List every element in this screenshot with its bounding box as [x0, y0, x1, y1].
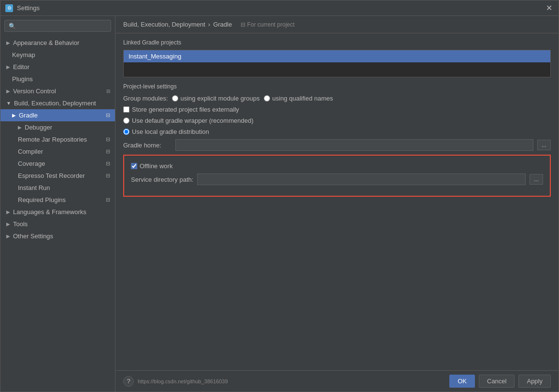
sidebar-item-label: Coverage	[18, 160, 45, 167]
arrow-icon: ▶	[18, 125, 22, 130]
breadcrumb-separator: ›	[208, 21, 210, 28]
linked-projects-list: Instant_Messaging	[123, 50, 551, 77]
nav-section: ▶ Appearance & Behavior Keymap ▶ Editor …	[0, 36, 115, 243]
offline-work-label: Offline work	[140, 162, 172, 170]
service-directory-label: Service directory path:	[131, 176, 193, 183]
sidebar-item-label: Languages & Frameworks	[13, 208, 86, 216]
sidebar-item-required-plugins[interactable]: Required Plugins ⊟	[0, 194, 115, 206]
radio-qualified-option[interactable]: using qualified names	[264, 95, 333, 102]
gradle-home-label: Gradle home:	[123, 142, 172, 149]
breadcrumb-path2: Gradle	[213, 21, 232, 28]
project-level-section: Project-level settings Group modules: us…	[123, 83, 551, 197]
sidebar-item-build[interactable]: ▼ Build, Execution, Deployment	[0, 97, 115, 109]
service-directory-input[interactable]: D:/Android/.gradle	[197, 174, 526, 185]
sidebar-item-tools[interactable]: ▶ Tools	[0, 218, 115, 230]
arrow-icon: ▶	[6, 221, 10, 227]
store-generated-label: Store generated project files externally	[132, 106, 239, 113]
help-button[interactable]: ?	[123, 376, 134, 387]
sidebar-item-label: Gradle	[19, 112, 38, 119]
default-wrapper-option[interactable]: Use default gradle wrapper (recommended)	[123, 117, 551, 124]
sidebar-item-label: Plugins	[12, 75, 33, 83]
ok-button[interactable]: OK	[449, 375, 475, 388]
sidebar-item-label: Build, Execution, Deployment	[14, 100, 96, 107]
arrow-icon: ▶	[6, 233, 10, 239]
settings-icon: ⚙	[5, 4, 13, 12]
local-gradle-label: Use local gradle distribution	[132, 128, 209, 135]
linked-projects-label: Linked Gradle projects	[123, 39, 551, 46]
apply-button[interactable]: Apply	[518, 375, 551, 388]
sidebar-item-languages[interactable]: ▶ Languages & Frameworks	[0, 206, 115, 218]
store-generated-option[interactable]: Store generated project files externally	[123, 106, 551, 113]
sidebar-item-appearance[interactable]: ▶ Appearance & Behavior	[0, 37, 115, 49]
sidebar-item-editor[interactable]: ▶ Editor	[0, 61, 115, 73]
bottom-left: ? https://blog.csdn.net/github_38616039	[123, 376, 228, 387]
title-bar: ⚙ Settings ✕	[0, 0, 559, 16]
sidebar-item-remote-jar[interactable]: Remote Jar Repositories ⊟	[0, 133, 115, 145]
title-bar-left: ⚙ Settings	[5, 4, 40, 12]
radio-qualified[interactable]	[264, 95, 270, 102]
arrow-icon: ▶	[12, 113, 16, 118]
sidebar-item-keymap[interactable]: Keymap	[0, 49, 115, 61]
sidebar-item-label: Tools	[13, 220, 28, 228]
sidebar-item-label: Espresso Test Recorder	[18, 172, 85, 179]
copy-icon: ⊟	[106, 148, 110, 155]
settings-content-panel: Linked Gradle projects Instant_Messaging…	[115, 33, 559, 370]
breadcrumb-project-link: ⊟ For current project	[241, 21, 294, 28]
arrow-icon: ▶	[6, 209, 10, 215]
local-gradle-option[interactable]: Use local gradle distribution	[123, 128, 551, 135]
project-level-label: Project-level settings	[123, 83, 551, 90]
cancel-button[interactable]: Cancel	[479, 375, 515, 388]
linked-project-item[interactable]: Instant_Messaging	[124, 50, 550, 62]
close-button[interactable]: ✕	[544, 3, 554, 13]
radio-explicit-option[interactable]: using explicit module groups	[172, 95, 260, 102]
sidebar-item-other-settings[interactable]: ▶ Other Settings	[0, 230, 115, 242]
sidebar-item-label: Other Settings	[13, 232, 53, 240]
search-box[interactable]: 🔍	[4, 20, 111, 32]
radio-explicit[interactable]	[172, 95, 178, 102]
sidebar-item-gradle[interactable]: ▶ Gradle ⊟	[0, 109, 115, 121]
gradle-home-input[interactable]: D:/Chocolatey/lib/gradle/tools/gradle-4.…	[175, 139, 533, 151]
sidebar-item-label: Version Control	[13, 87, 56, 95]
sidebar-item-debugger[interactable]: ▶ Debugger	[0, 121, 115, 133]
default-wrapper-label: Use default gradle wrapper (recommended)	[132, 117, 253, 124]
radio-explicit-label: using explicit module groups	[181, 95, 260, 102]
window-title: Settings	[17, 4, 40, 12]
search-icon: 🔍	[9, 23, 16, 29]
bottom-right: OK Cancel Apply	[449, 375, 551, 388]
gradle-home-row: Gradle home: D:/Chocolatey/lib/gradle/to…	[123, 139, 551, 151]
sidebar-item-label: Required Plugins	[18, 196, 66, 203]
sidebar: 🔍 ▶ Appearance & Behavior Keymap ▶ Edito…	[0, 16, 115, 392]
copy-icon: ⊟	[106, 160, 110, 167]
local-gradle-radio[interactable]	[123, 129, 129, 135]
offline-work-checkbox[interactable]	[131, 163, 137, 169]
offline-work-option[interactable]: Offline work	[131, 162, 543, 170]
global-settings-section: Offline work Service directory path: D:/…	[123, 155, 551, 197]
gradle-home-browse-button[interactable]: ...	[537, 140, 551, 150]
sidebar-item-version-control[interactable]: ▶ Version Control ⊟	[0, 85, 115, 97]
breadcrumb: Build, Execution, Deployment › Gradle ⊟ …	[115, 16, 559, 33]
service-directory-browse-button[interactable]: ...	[530, 174, 543, 185]
sidebar-item-compiler[interactable]: Compiler ⊟	[0, 145, 115, 158]
sidebar-item-label: Keymap	[12, 51, 35, 58]
url-text: https://blog.csdn.net/github_38616039	[138, 378, 228, 384]
sidebar-item-espresso[interactable]: Espresso Test Recorder ⊟	[0, 170, 115, 182]
radio-qualified-label: using qualified names	[272, 95, 333, 102]
sidebar-item-coverage[interactable]: Coverage ⊟	[0, 158, 115, 170]
copy-icon: ⊟	[106, 88, 110, 94]
content-area: 🔍 ▶ Appearance & Behavior Keymap ▶ Edito…	[0, 16, 559, 392]
sidebar-item-instant-run[interactable]: Instant Run	[0, 182, 115, 194]
group-modules-row: Group modules: using explicit module gro…	[123, 95, 551, 102]
default-wrapper-radio[interactable]	[123, 117, 129, 124]
sidebar-item-plugins[interactable]: Plugins	[0, 73, 115, 85]
store-generated-checkbox[interactable]	[123, 106, 129, 113]
gradle-icon: ⊟	[106, 112, 110, 118]
arrow-icon: ▶	[6, 88, 10, 94]
group-modules-label: Group modules:	[123, 95, 168, 102]
copy-icon: ⊟	[106, 197, 110, 203]
arrow-icon: ▶	[6, 64, 10, 70]
breadcrumb-path1: Build, Execution, Deployment	[123, 21, 205, 28]
sidebar-item-label: Appearance & Behavior	[13, 39, 79, 46]
main-content: Build, Execution, Deployment › Gradle ⊟ …	[115, 16, 559, 392]
sidebar-item-label: Instant Run	[18, 184, 50, 191]
search-input[interactable]	[19, 22, 107, 29]
